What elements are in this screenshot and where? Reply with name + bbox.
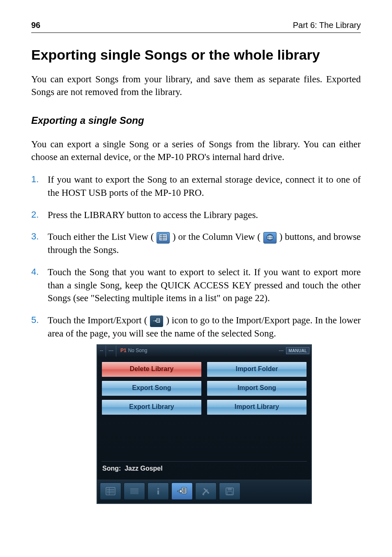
page-number: 96 (31, 21, 40, 30)
info-button[interactable] (148, 483, 169, 500)
export-song-button[interactable]: Export Song (101, 381, 202, 396)
column-view-icon (263, 232, 277, 244)
svg-rect-27 (182, 491, 186, 492)
svg-rect-25 (182, 488, 186, 489)
step-5: Touch the Import/Export ( ) icon to go t… (31, 314, 361, 504)
svg-rect-9 (157, 319, 159, 320)
step-text: Press the LIBRARY button to access the L… (48, 210, 258, 220)
step-text: If you want to export the Song to an ext… (48, 174, 361, 198)
svg-rect-11 (157, 321, 159, 322)
import-export-button[interactable] (171, 483, 193, 500)
save-button[interactable] (219, 483, 240, 500)
step-text: Touch the Song that you want to export t… (48, 267, 361, 303)
ui-body: Delete Library Import Folder Export Song… (97, 357, 311, 480)
section-intro: You can export Songs from your library, … (31, 73, 361, 98)
tools-button[interactable] (195, 483, 217, 500)
ui-empty-area (101, 415, 307, 460)
step-text: Touch the Import/Export ( (48, 315, 147, 325)
step-text: ) or the Column View ( (173, 232, 261, 242)
delete-library-button[interactable]: Delete Library (101, 362, 202, 377)
step-3: Touch either the List View ( ) or the Co… (31, 230, 361, 256)
step-1: If you want to export the Song to an ext… (31, 173, 361, 199)
step-list: If you want to export the Song to an ext… (31, 173, 361, 504)
svg-point-22 (157, 488, 159, 490)
manual-button[interactable]: MANUAL (286, 347, 309, 355)
titlebar-seg: -- (97, 345, 106, 357)
import-export-screenshot: -- --- P1 No Song --- MANUAL Delete Libr… (97, 344, 312, 504)
list-view-icon (157, 232, 170, 244)
titlebar-p1: P1 (119, 347, 127, 354)
svg-rect-10 (157, 320, 159, 321)
svg-rect-23 (157, 490, 159, 494)
section-title: Exporting single Songs or the whole libr… (31, 47, 361, 63)
titlebar-song: P1 No Song (116, 345, 150, 357)
svg-rect-32 (228, 488, 232, 490)
export-library-button[interactable]: Export Library (101, 399, 202, 415)
step-2: Press the LIBRARY button to access the L… (31, 209, 361, 222)
titlebar-seg: --- (276, 345, 286, 357)
import-export-icon (150, 316, 163, 327)
page: 96 Part 6: The Library Exporting single … (0, 0, 392, 538)
song-value: Jazz Gospel (125, 465, 162, 472)
ui-titlebar: -- --- P1 No Song --- MANUAL (97, 345, 311, 357)
import-library-button[interactable]: Import Library (207, 399, 307, 415)
list-view-button[interactable] (100, 483, 121, 500)
ui-toolbar (97, 480, 311, 503)
button-grid: Delete Library Import Folder Export Song… (101, 362, 307, 415)
step-4: Touch the Song that you want to export t… (31, 266, 361, 305)
svg-point-30 (208, 492, 209, 494)
titlebar-seg: --- (106, 345, 116, 357)
subsection-intro: You can export a single Song or a series… (31, 138, 361, 163)
column-view-button[interactable] (124, 483, 145, 500)
svg-rect-26 (182, 490, 186, 490)
subsection-title: Exporting a single Song (31, 115, 361, 126)
svg-point-29 (203, 494, 204, 495)
import-folder-button[interactable]: Import Folder (207, 362, 307, 377)
import-song-button[interactable]: Import Song (207, 381, 307, 396)
selected-song-row: Song: Jazz Gospel (101, 461, 307, 476)
titlebar-nosong: No Song (127, 347, 148, 354)
svg-rect-28 (182, 492, 186, 493)
svg-rect-33 (227, 492, 232, 494)
song-label: Song: (102, 465, 121, 472)
part-label: Part 6: The Library (293, 21, 361, 30)
running-header: 96 Part 6: The Library (31, 21, 361, 33)
step-text: Touch either the List View ( (48, 232, 154, 242)
